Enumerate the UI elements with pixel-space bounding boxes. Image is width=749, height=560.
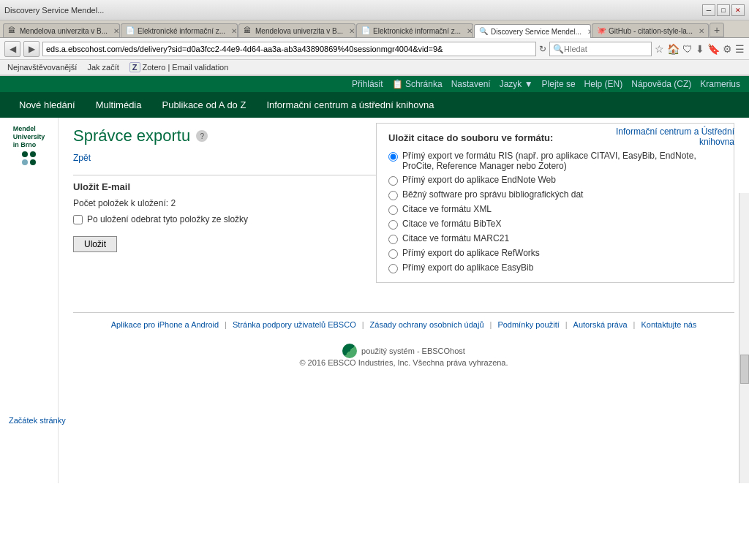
start-of-page-link[interactable]: Začátek stránky	[9, 416, 66, 425]
tab-1-label: Mendelova univerzita v B...	[20, 27, 108, 35]
reload-button[interactable]: ↻	[539, 44, 546, 54]
logo-dots	[22, 151, 36, 165]
export-radio-xml[interactable]	[388, 205, 398, 215]
star-icon[interactable]: ☆	[655, 43, 664, 55]
footer-link-support[interactable]: Stránka podpory uživatelů EBSCO	[233, 320, 356, 329]
footer-link-terms[interactable]: Podmínky použití	[497, 320, 559, 329]
search-input[interactable]	[564, 45, 648, 53]
export-option-bibtex: Citace ve formátu BibTeX	[388, 219, 722, 230]
nav-nove-hledani[interactable]: Nové hledání	[9, 92, 86, 118]
export-radio-easybib[interactable]	[388, 264, 398, 273]
export-radio-endnote-web[interactable]	[388, 176, 398, 186]
tab-5[interactable]: 🔍 Discovery Service Mendel... ✕	[474, 24, 591, 38]
tab-2[interactable]: 📄 Elektronické informační z... ✕	[121, 23, 238, 37]
scrollbar[interactable]	[739, 193, 749, 483]
bookmark-zotero[interactable]: Z Zotero | Email validation	[127, 61, 232, 73]
export-option-biblio-soft: Běžný software pro správu bibliografický…	[388, 189, 722, 200]
remove-items-checkbox[interactable]	[73, 215, 83, 224]
maximize-button[interactable]: □	[717, 4, 730, 16]
tab-4-close[interactable]: ✕	[467, 27, 473, 35]
footer-link-iphone[interactable]: Aplikace pro iPhone a Android	[111, 320, 219, 329]
export-option-xml: Citace ve formátu XML	[388, 204, 722, 215]
tab-2-close[interactable]: ✕	[231, 27, 237, 35]
zotero-icon: Z	[129, 62, 140, 72]
back-nav-button[interactable]: ◀	[4, 41, 20, 57]
nav-informacni-centrum[interactable]: Informační centrum a ústřední knihovna	[256, 92, 444, 118]
tab-2-favicon: 📄	[126, 26, 135, 35]
nastaveni-link[interactable]: Nastavení	[451, 79, 491, 89]
language-dropdown[interactable]: Jazyk ▼	[500, 79, 533, 89]
footer-system-label: použitý systém - EBSCOhost	[361, 347, 465, 355]
tab-1-close[interactable]: ✕	[113, 27, 119, 35]
bookmark-jak-zacit-label: Jak začít	[87, 63, 118, 72]
plejte-se-link[interactable]: Plejte se	[542, 79, 576, 89]
export-radio-ris[interactable]	[388, 152, 398, 162]
prihlasit-link[interactable]: Přihlásit	[352, 79, 383, 89]
nav-multimedia[interactable]: Multimédia	[86, 92, 152, 118]
export-radio-marc21[interactable]	[388, 235, 398, 244]
shield-icon: 🛡	[682, 43, 693, 55]
bookmark-jak-zacit[interactable]: Jak začít	[84, 62, 121, 72]
footer-link-copyright[interactable]: Autorská práva	[573, 320, 628, 329]
new-tab-button[interactable]: +	[710, 23, 724, 37]
export-radio-bibtex[interactable]	[388, 220, 398, 230]
export-radio-group: Přímý export ve formátu RIS (např. pro a…	[388, 151, 722, 273]
tab-5-label: Discovery Service Mendel...	[491, 28, 581, 36]
title-bar-left: Discovery Service Mendel...	[4, 6, 104, 15]
tab-4[interactable]: 📄 Elektronické informační z... ✕	[356, 23, 473, 37]
napoveda-cz-link[interactable]: Nápověda (CZ)	[631, 79, 691, 89]
tab-3[interactable]: 🏛 Mendelova univerzita v B... ✕	[238, 23, 355, 37]
tab-6[interactable]: 🐙 GitHub - citation-style-la... ✕	[592, 23, 709, 37]
main-content: Správce exportu ? Informační centrum a Ú…	[59, 118, 749, 483]
url-input[interactable]	[42, 42, 536, 56]
export-label-bibtex: Citace ve formátu BibTeX	[402, 219, 501, 229]
window-title: Discovery Service Mendel...	[4, 6, 104, 15]
footer-link-contact[interactable]: Kontaktujte nás	[641, 320, 696, 329]
tab-2-label: Elektronické informační z...	[138, 27, 225, 35]
export-option-refworks: Přímý export do aplikace RefWorks	[388, 248, 722, 259]
breadcrumb-right: Informační centrum a Ústředníknihovna	[616, 126, 734, 147]
tab-6-favicon: 🐙	[597, 26, 606, 35]
footer-link-privacy[interactable]: Zásady ochrany osobních údajů	[370, 320, 484, 329]
export-radio-biblio-soft[interactable]	[388, 191, 398, 200]
save-label-text: Uložit	[73, 181, 99, 192]
bookmark-icon[interactable]: 🔖	[707, 43, 720, 55]
window-controls: ─ □ ✕	[702, 4, 745, 16]
help-en-link[interactable]: Help (EN)	[584, 79, 623, 89]
menu-icon[interactable]: ☰	[735, 43, 745, 55]
tab-1-favicon: 🏛	[8, 26, 17, 35]
footer-sep-3: |	[490, 320, 492, 329]
export-label-refworks: Přímý export do aplikace RefWorks	[402, 248, 540, 258]
logo-text: MendelUniversityin Brno	[13, 125, 45, 148]
export-label-marc21: Citace ve formátu MARC21	[402, 233, 509, 243]
breadcrumb-informacni-link[interactable]: Informační centrum a Ústředníknihovna	[616, 126, 734, 147]
minimize-button[interactable]: ─	[702, 4, 715, 16]
export-radio-refworks[interactable]	[388, 249, 398, 259]
home-icon[interactable]: 🏠	[667, 43, 680, 55]
export-label-ris: Přímý export ve formátu RIS (např. pro a…	[402, 151, 722, 171]
tab-5-close[interactable]: ✕	[587, 28, 591, 36]
download-icon[interactable]: ⬇	[696, 43, 704, 55]
page-title: Správce exportu	[73, 126, 190, 145]
save-button[interactable]: Uložit	[73, 236, 117, 252]
tab-6-close[interactable]: ✕	[699, 27, 704, 35]
settings-icon[interactable]: ⚙	[723, 43, 732, 55]
page-wrapper: Přihlásit 📋 Schránka Nastavení Jazyk ▼ P…	[0, 76, 749, 483]
kramerius-link[interactable]: Kramerius	[700, 79, 740, 89]
forward-nav-button[interactable]: ▶	[23, 41, 39, 57]
ebsco-logo-icon	[342, 344, 357, 358]
nav-publikace[interactable]: Publikace od A do Z	[151, 92, 256, 118]
tab-1[interactable]: 🏛 Mendelova univerzita v B... ✕	[3, 23, 120, 37]
browser-search-box[interactable]: 🔍	[549, 42, 652, 56]
close-button[interactable]: ✕	[731, 4, 745, 16]
help-icon[interactable]: ?	[196, 130, 208, 142]
bookmark-nejnavstevovanejsi[interactable]: Nejnavštěvovanější	[4, 62, 80, 72]
footer-sep-1: |	[225, 320, 227, 329]
site-top-nav: Přihlásit 📋 Schránka Nastavení Jazyk ▼ P…	[0, 76, 749, 92]
tab-3-close[interactable]: ✕	[349, 27, 355, 35]
scrollbar-thumb[interactable]	[740, 355, 749, 384]
logo-dot-2	[30, 151, 36, 157]
tab-4-favicon: 📄	[361, 26, 370, 35]
footer-sep-4: |	[565, 320, 568, 329]
schranka-link[interactable]: 📋 Schránka	[392, 79, 443, 89]
